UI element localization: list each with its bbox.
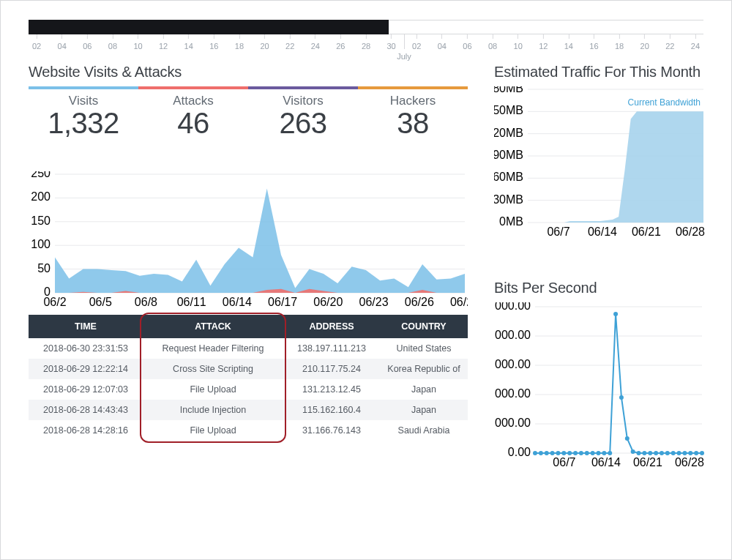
timeline-tick: 20 xyxy=(260,34,269,51)
stat-value: 263 xyxy=(248,107,358,139)
table-cell: 2018-06-29 12:07:03 xyxy=(29,379,143,400)
svg-point-54 xyxy=(539,451,543,455)
svg-point-79 xyxy=(682,451,687,455)
svg-text:06/11: 06/11 xyxy=(177,296,206,308)
timeline-track[interactable] xyxy=(29,20,703,34)
svg-point-70 xyxy=(631,449,635,454)
svg-point-56 xyxy=(550,451,555,455)
section-title-bps: Bits Per Second xyxy=(494,280,706,296)
stats-row: Visits1,332Attacks46Visitors263Hackers38 xyxy=(29,86,468,142)
timeline-tick: 14 xyxy=(184,34,193,51)
svg-point-71 xyxy=(637,451,641,455)
svg-text:06/14: 06/14 xyxy=(588,225,617,238)
svg-text:0.00: 0.00 xyxy=(508,446,531,458)
timeline-tick: 10 xyxy=(514,34,523,51)
svg-text:06/17: 06/17 xyxy=(268,296,297,308)
table-cell: Include Injection xyxy=(143,400,283,420)
svg-text:Current Bandwidth: Current Bandwidth xyxy=(628,97,701,108)
table-header[interactable]: ATTACK xyxy=(143,315,283,338)
stat-card-visits[interactable]: Visits1,332 xyxy=(29,86,138,142)
svg-point-59 xyxy=(567,451,572,455)
table-cell: Cross Site Scripting xyxy=(143,359,283,379)
svg-text:06/26: 06/26 xyxy=(405,296,434,308)
svg-text:100: 100 xyxy=(31,238,51,250)
svg-text:06/14: 06/14 xyxy=(223,296,252,308)
svg-point-55 xyxy=(545,451,549,455)
timeline-tick: 06 xyxy=(463,34,471,51)
timeline-tick: 04 xyxy=(58,34,67,51)
svg-text:50: 50 xyxy=(37,262,51,275)
table-header[interactable]: TIME xyxy=(29,315,143,338)
svg-point-57 xyxy=(556,451,560,455)
svg-text:2,000.00: 2,000.00 xyxy=(494,417,531,429)
table-cell: File Upload xyxy=(143,379,283,400)
table-row[interactable]: 2018-06-28 14:43:43Include Injection115.… xyxy=(29,400,468,420)
table-cell: 210.117.75.24 xyxy=(283,359,380,379)
section-title-traffic: Estimated Traffic For This Month xyxy=(494,64,706,81)
attacks-table: TIMEATTACKADDRESSCOUNTRY 2018-06-30 23:3… xyxy=(29,315,468,441)
section-title-visits-attacks: Website Visits & Attacks xyxy=(29,64,468,81)
svg-text:10,000.00: 10,000.00 xyxy=(494,302,531,312)
svg-text:06/7: 06/7 xyxy=(547,225,569,238)
stat-card-attacks[interactable]: Attacks46 xyxy=(138,86,248,142)
timeline-tick: 02 xyxy=(412,34,421,51)
table-cell: 2018-06-29 12:22:14 xyxy=(29,359,143,379)
timeline-tick: 20 xyxy=(640,34,649,51)
stat-label: Hackers xyxy=(358,94,468,108)
timeline-tick: 26 xyxy=(336,34,345,51)
timeline-ticks: 0204060810121416182022242628300204060810… xyxy=(29,34,703,61)
table-cell: 31.166.76.143 xyxy=(283,420,380,441)
table-cell: 2018-06-28 14:43:43 xyxy=(29,400,143,420)
svg-point-62 xyxy=(585,451,589,455)
table-cell: 131.213.12.45 xyxy=(283,379,380,400)
svg-point-77 xyxy=(671,451,676,455)
traffic-chart: 0MB30MB60MB90MB120MB150MB180MBCurrent Ba… xyxy=(494,86,706,240)
timeline-tick: 30 xyxy=(386,34,395,51)
svg-text:06/23: 06/23 xyxy=(359,296,389,308)
svg-point-75 xyxy=(660,451,664,455)
stat-card-visitors[interactable]: Visitors263 xyxy=(248,86,358,142)
timeline-selection[interactable] xyxy=(29,20,389,34)
svg-point-64 xyxy=(596,451,600,455)
svg-text:06/5: 06/5 xyxy=(89,296,112,308)
svg-point-72 xyxy=(642,451,646,455)
svg-point-81 xyxy=(694,451,698,455)
table-cell: Korea Republic of xyxy=(380,359,468,379)
table-cell: Saudi Arabia xyxy=(380,420,468,441)
timeline-tick: 08 xyxy=(488,34,497,51)
timeline-tick: 02 xyxy=(32,34,41,51)
bps-chart: 0.002,000.004,000.006,000.008,000.0010,0… xyxy=(494,302,706,471)
timeline-tick: 18 xyxy=(615,34,624,51)
stat-label: Visits xyxy=(29,94,138,108)
svg-text:06/2: 06/2 xyxy=(43,296,66,308)
timeline-tick: 08 xyxy=(108,34,117,51)
timeline-tick: 18 xyxy=(235,34,244,51)
timeline-tick: 16 xyxy=(589,34,598,51)
svg-point-73 xyxy=(648,451,652,455)
svg-point-53 xyxy=(533,451,537,455)
table-row[interactable]: 2018-06-30 23:31:53Request Header Filter… xyxy=(29,338,468,359)
table-row[interactable]: 2018-06-29 12:07:03File Upload131.213.12… xyxy=(29,379,468,400)
svg-point-58 xyxy=(561,451,566,455)
timeline-month-label: July xyxy=(397,52,411,61)
svg-text:06/14: 06/14 xyxy=(591,456,621,468)
svg-text:4,000.00: 4,000.00 xyxy=(494,387,531,400)
stat-value: 1,332 xyxy=(29,107,138,139)
timeline-tick: 06 xyxy=(83,34,92,51)
svg-point-76 xyxy=(665,451,670,455)
attacks-table-wrap: TIMEATTACKADDRESSCOUNTRY 2018-06-30 23:3… xyxy=(29,315,468,441)
svg-text:0MB: 0MB xyxy=(499,215,523,228)
timeline-tick: 16 xyxy=(209,34,218,51)
svg-text:90MB: 90MB xyxy=(494,149,523,161)
svg-point-63 xyxy=(591,451,595,455)
table-header[interactable]: COUNTRY xyxy=(380,315,468,338)
stat-card-hackers[interactable]: Hackers38 xyxy=(358,86,468,142)
dashboard-frame: June 01 June 30 020406081012141618202224… xyxy=(0,0,732,560)
date-range-timeline[interactable]: June 01 June 30 020406081012141618202224… xyxy=(29,1,703,64)
table-row[interactable]: 2018-06-29 12:22:14Cross Site Scripting2… xyxy=(29,359,468,379)
table-header[interactable]: ADDRESS xyxy=(283,315,380,338)
svg-text:06/7: 06/7 xyxy=(553,456,575,468)
timeline-tick: 14 xyxy=(564,34,573,51)
table-row[interactable]: 2018-06-28 14:28:16File Upload31.166.76.… xyxy=(29,420,468,441)
svg-text:250: 250 xyxy=(31,171,51,179)
